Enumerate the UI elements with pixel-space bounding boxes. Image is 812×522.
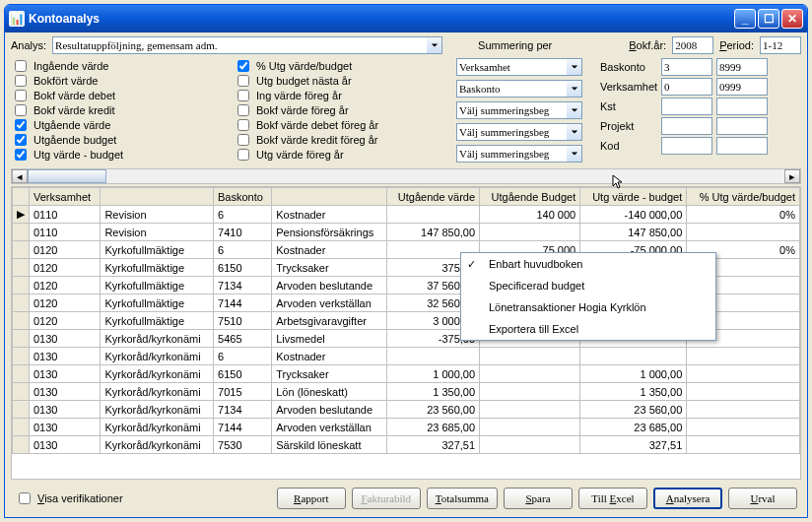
table-row[interactable]: 0130Kyrkoråd/kyrkonämi7015Lön (löneskatt… [13, 383, 800, 401]
period-label: Period: [719, 39, 754, 51]
table-row[interactable]: 0130Kyrkoråd/kyrkonämi7134Arvoden beslut… [13, 401, 800, 419]
checkbox-label: Utg värde - budget [34, 149, 123, 161]
table-row[interactable]: ▶0110Revision6Kostnader140 000-140 000,0… [13, 206, 800, 224]
summering-select-2[interactable] [456, 101, 567, 119]
projekt-from-input[interactable] [661, 117, 712, 135]
verksamhet-label: Verksamhet [600, 81, 657, 93]
checkbox-ingående-värde[interactable]: Ingående värde [11, 58, 228, 73]
baskonto-label: Baskonto [600, 61, 657, 73]
kst-to-input[interactable] [716, 98, 768, 115]
checkbox-label: Utg värde föreg år [256, 149, 344, 161]
checkbox-ing-värde-föreg-år[interactable]: Ing värde föreg år [234, 88, 450, 102]
summering-dropdown-button-0[interactable] [567, 58, 582, 76]
checkbox-bokfört-värde[interactable]: Bokfört värde [11, 73, 228, 88]
check-icon: ✓ [467, 258, 476, 271]
checkbox-utgående-budget[interactable]: Utgående budget [11, 132, 228, 147]
checkbox-label: Utgående värde [34, 119, 110, 131]
context-menu-item[interactable]: Specificerad budget [461, 275, 715, 296]
checkbox-bokf-värde-debet[interactable]: Bokf värde debet [11, 88, 228, 102]
checkbox-utg-värde---budget[interactable]: Utg värde - budget [11, 147, 228, 162]
summering-select-0[interactable] [456, 58, 567, 76]
context-menu-item[interactable]: Exportera till Excel [461, 318, 715, 340]
checkbox-label: Bokf värde debet föreg år [256, 119, 378, 131]
kod-label: Kod [600, 140, 657, 152]
totalsumma-button[interactable]: Totalsumma [427, 488, 498, 509]
close-button[interactable]: ✕ [781, 9, 803, 29]
kst-from-input[interactable] [661, 98, 712, 115]
column-header[interactable] [101, 188, 214, 206]
column-header[interactable]: Verksamhet [30, 188, 101, 206]
analysis-icon: 📊 [9, 11, 25, 27]
column-header[interactable]: Utg värde - budget [580, 188, 687, 206]
analys-select[interactable] [52, 36, 427, 54]
summering-dropdown-button-4[interactable] [567, 145, 582, 163]
summering-dropdown-button-3[interactable] [567, 123, 582, 141]
context-menu: ✓Enbart huvudbokenSpecificerad budgetLön… [460, 252, 716, 341]
scroll-right-button[interactable]: ▸ [784, 169, 800, 183]
visa-verifikationer-checkbox[interactable]: Visa verifikationer [15, 491, 123, 506]
summering-dropdown-button-1[interactable] [567, 80, 582, 98]
summering-label: Summering per [478, 39, 552, 51]
maximize-button[interactable]: ☐ [758, 9, 779, 29]
column-header[interactable]: Utgående värde [386, 188, 479, 206]
checkbox-label: Bokf värde kredit [34, 104, 115, 116]
minimize-button[interactable]: _ [734, 9, 756, 29]
menu-item-label: Enbart huvudboken [489, 258, 582, 270]
urval-button[interactable]: Urval [728, 488, 797, 509]
baskonto-to-input[interactable] [716, 58, 768, 76]
checkbox-label: Bokf värde föreg år [256, 104, 349, 116]
checkbox-label: Bokf värde kredit föreg år [256, 134, 378, 146]
column-header[interactable]: % Utg värde/budget [687, 188, 800, 206]
period-input[interactable] [760, 36, 801, 54]
column-header[interactable]: Baskonto [214, 188, 272, 206]
checkbox-label: Bokf värde debet [34, 90, 115, 101]
checkbox-utgående-värde[interactable]: Utgående värde [11, 117, 228, 132]
column-header[interactable]: Utgående Budget [480, 188, 580, 206]
kst-label: Kst [600, 100, 657, 112]
checkbox--utg-värde-budget[interactable]: % Utg värde/budget [234, 58, 450, 73]
checkbox-bokf-värde-kredit-föreg-år[interactable]: Bokf värde kredit föreg år [234, 132, 450, 147]
spara-button[interactable]: Spara [504, 488, 573, 509]
column-header[interactable] [272, 188, 387, 206]
summering-select-3[interactable] [456, 123, 567, 141]
table-row[interactable]: 0130Kyrkoråd/kyrkonämi7144Arvoden verkst… [13, 419, 800, 436]
data-grid[interactable]: VerksamhetBaskontoUtgående värdeUtgående… [11, 186, 801, 480]
table-row[interactable]: 0130Kyrkoråd/kyrkonämi7530Särskild lönes… [13, 436, 800, 454]
menu-item-label: Exportera till Excel [489, 323, 578, 335]
projekt-to-input[interactable] [716, 117, 768, 135]
table-row[interactable]: 0110Revision7410Pensionsförsäkrings147 8… [13, 224, 800, 241]
bokfar-input[interactable] [672, 36, 713, 54]
checkbox-bokf-värde-debet-föreg-år[interactable]: Bokf värde debet föreg år [234, 117, 450, 132]
checkbox-label: Utg budget nästa år [256, 75, 352, 87]
kod-from-input[interactable] [661, 137, 712, 155]
analys-dropdown-button[interactable] [427, 36, 442, 54]
kod-to-input[interactable] [716, 137, 768, 155]
checkbox-label: % Utg värde/budget [256, 60, 352, 72]
checkbox-bokf-värde-föreg-år[interactable]: Bokf värde föreg år [234, 102, 450, 117]
table-row[interactable]: 0130Kyrkoråd/kyrkonämi6Kostnader [13, 348, 800, 365]
checkbox-label: Ingående värde [34, 60, 108, 72]
scroll-left-button[interactable]: ◂ [12, 169, 28, 183]
checkbox-utg-budget-nästa-år[interactable]: Utg budget nästa år [234, 73, 450, 88]
bokfar-label: Bokf.år: [629, 39, 666, 51]
horizontal-scrollbar[interactable]: ◂ ▸ [11, 168, 801, 184]
verksamhet-from-input[interactable] [661, 78, 712, 96]
tillexcel-button[interactable]: Till Excel [578, 488, 647, 509]
summering-select-1[interactable] [456, 80, 567, 98]
projekt-label: Projekt [600, 120, 657, 132]
summering-dropdown-button-2[interactable] [567, 101, 582, 119]
checkbox-utg-värde-föreg-år[interactable]: Utg värde föreg år [234, 147, 450, 162]
context-menu-item[interactable]: Lönetransaktioner Hogia Kyrklön [461, 296, 715, 318]
analysera-button[interactable]: Analysera [653, 488, 722, 509]
fakturabild-button[interactable]: Fakturabild [352, 488, 421, 509]
baskonto-from-input[interactable] [661, 58, 712, 76]
table-row[interactable]: 0130Kyrkoråd/kyrkonämi6150Trycksaker1 00… [13, 365, 800, 383]
checkbox-label: Utgående budget [34, 134, 116, 146]
rapport-button[interactable]: Rapport [277, 488, 346, 509]
titlebar: 📊 Kontoanalys _ ☐ ✕ [5, 5, 807, 33]
verksamhet-to-input[interactable] [716, 78, 768, 96]
checkbox-bokf-värde-kredit[interactable]: Bokf värde kredit [11, 102, 228, 117]
context-menu-item[interactable]: ✓Enbart huvudboken [461, 253, 715, 275]
summering-select-4[interactable] [456, 145, 567, 163]
scroll-thumb[interactable] [28, 169, 106, 183]
